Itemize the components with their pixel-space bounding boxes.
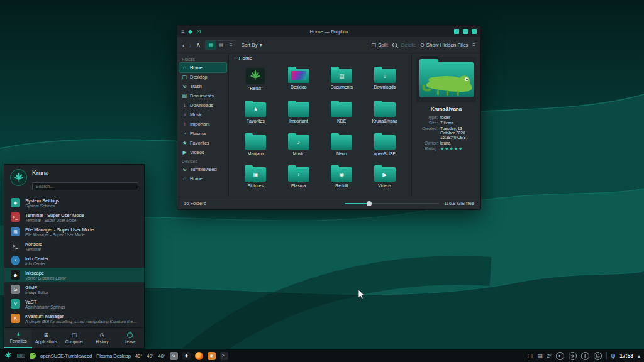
close-button[interactable] [472,29,477,34]
opensuse-icon [30,353,36,359]
compact-view-button[interactable]: ▤ [216,41,226,50]
sort-by-button[interactable]: Sort By ▾ [241,43,262,48]
emblem-icon [331,135,352,150]
file-item-relax[interactable]: "Relax" [234,65,277,98]
launcher-item-terminal-su[interactable]: >_ Terminal - Super User Mode Terminal -… [4,210,144,224]
icons-view-button[interactable]: ▦ [206,41,216,50]
folder-item-plasma[interactable]: › Plasma [277,164,321,195]
split-button[interactable]: ◫ Split [372,43,388,48]
tab-applications[interactable]: ⊞ Applications [32,328,60,348]
details-view-button[interactable]: ≡ [226,41,236,50]
launcher-item-file-manager-su[interactable]: ▤ File Manager - Super User Mode File Ma… [4,224,144,239]
tab-favorites[interactable]: ★ Favorites [4,328,32,348]
slider-knob[interactable] [367,201,372,206]
places-item-plasma[interactable]: › Plasma [179,129,226,138]
user-avatar[interactable] [10,169,27,186]
places-item-downloads[interactable]: ↓ Downloads [179,101,226,110]
folder-icon: ▤ [331,69,352,83]
launcher-item-inkscape[interactable]: ◆ Inkscape Vector Graphics Editor [4,268,144,282]
folder-name: Important [289,119,308,123]
up-button[interactable]: ∧ [196,41,201,49]
devices-item-home[interactable]: ⌂ Home [179,174,226,184]
rating-stars[interactable]: ★★★★★ [440,146,476,151]
media-player-icon[interactable]: ▸ [556,352,564,360]
hamburger-menu-icon[interactable]: ≡ [472,43,475,48]
folder-item-manjaro[interactable]: Manjaro [234,132,277,163]
chevron-up-icon[interactable]: ▴ [638,353,640,359]
launcher-item-info-center[interactable]: i Info Center Info Center [4,253,144,268]
devices-item-tumbleweed[interactable]: ⊙ Tumbleweed [179,165,226,174]
weather-temp[interactable]: 2° [547,353,552,359]
activity-label[interactable]: Plasma Desktop [96,353,131,359]
forward-button[interactable]: › [189,41,192,49]
folder-item-videos[interactable]: ▶ Videos [364,164,407,195]
clock[interactable]: 17:53 [619,353,633,359]
pin-icon[interactable]: ◆ [188,29,192,35]
folder-item-important[interactable]: Important [277,99,321,131]
folder-item-neon[interactable]: Neon [320,132,364,163]
launcher-item-gimp[interactable]: G GIMP Image Editor [4,282,144,297]
folder-icon [374,135,396,150]
virtual-desktop-pager[interactable] [17,354,25,358]
network-icon[interactable] [569,352,577,360]
documents-icon: ▤ [182,93,187,99]
pause-icon[interactable]: ∥ [581,352,589,360]
folder-item-favorites[interactable]: ★ Favorites [234,99,277,131]
firefox-icon[interactable] [195,352,203,360]
konsole-icon[interactable]: >_ [220,352,228,360]
okular-icon[interactable]: ◉ [208,352,216,360]
places-item-videos[interactable]: ▶ Videos [179,148,226,157]
folder-item-music[interactable]: ♪ Music [277,132,321,163]
folder-item-desktop[interactable]: Desktop [277,65,321,98]
app-launcher-button[interactable] [4,351,13,360]
maximize-button[interactable] [463,29,468,34]
places-item-documents[interactable]: ▤ Documents [179,91,226,101]
icon-size-slider[interactable] [345,200,439,207]
tab-leave[interactable]: Leave [116,328,144,348]
back-button[interactable]: ‹ [182,41,185,49]
notifications-icon[interactable] [594,352,602,360]
tab-history[interactable]: ◷ History [88,328,116,348]
gimp-icon[interactable]: G [170,352,178,360]
inkscape-icon[interactable]: ◆ [182,352,191,360]
breadcrumb[interactable]: › Home [229,53,411,63]
places-item-important[interactable]: ! Important [179,119,226,129]
clipboard-icon[interactable]: ▤ [537,353,543,359]
launcher-item-system-settings[interactable]: ◈ System Settings System Settings [4,195,144,210]
window-menu-icon[interactable]: ≡ [181,29,184,35]
window-title: Home — Dolphin [177,29,480,35]
minimize-button[interactable] [454,29,459,34]
places-item-music[interactable]: ♪ Music [179,110,226,119]
folder-item-downloads[interactable]: ↓ Downloads [364,65,407,98]
show-hidden-files-button[interactable]: ⊙ Show Hidden Files [420,43,468,48]
place-label: Downloads [190,102,213,108]
folder-name: Music [293,151,304,156]
folder-item-pictures[interactable]: ▣ Pictures [234,164,277,195]
breadcrumb-home[interactable]: Home [239,55,252,61]
dolphin-titlebar[interactable]: ≡ ◆ ⊙ Home — Dolphin [177,26,480,37]
folder-item-reddit[interactable]: ◉ Reddit [320,164,364,195]
launcher-item-konsole[interactable]: >_ Konsole Terminal [4,239,144,253]
places-item-desktop[interactable]: ▢ Desktop [179,72,226,82]
usb-icon[interactable]: ψ [611,353,615,359]
launcher-item-kvantum[interactable]: K Kvantum Manager A simple GUI for insta… [4,311,144,326]
folder-name: Manjaro [248,151,264,156]
places-item-trash[interactable]: ⊘ Trash [179,82,226,91]
keep-above-icon[interactable]: ⊙ [196,29,201,35]
folder-count: 16 Folders [184,200,206,206]
folder-item-documents[interactable]: ▤ Documents [320,65,364,98]
folder-item-kruna-ivana[interactable]: Kruna&Ivana [364,99,407,131]
file-name: "Relax" [248,86,263,90]
mouse-cursor [358,290,365,300]
folder-item-opensuse[interactable]: openSUSE [364,132,407,163]
places-item-favorites[interactable]: ★ Favorites [179,138,226,148]
places-item-home[interactable]: ⌂ Home [179,63,226,72]
launcher-item-yast[interactable]: Y YaST Administrator Settings [4,297,144,311]
display-icon[interactable]: ▢ [528,353,533,359]
search-icon[interactable] [392,43,397,47]
folder-item-kde[interactable]: KDE [320,99,364,131]
item-subtitle: Info Center [25,261,48,266]
folder-name: Pictures [248,184,264,188]
tab-computer[interactable]: ▢ Computer [60,328,88,348]
search-input[interactable] [32,182,138,190]
